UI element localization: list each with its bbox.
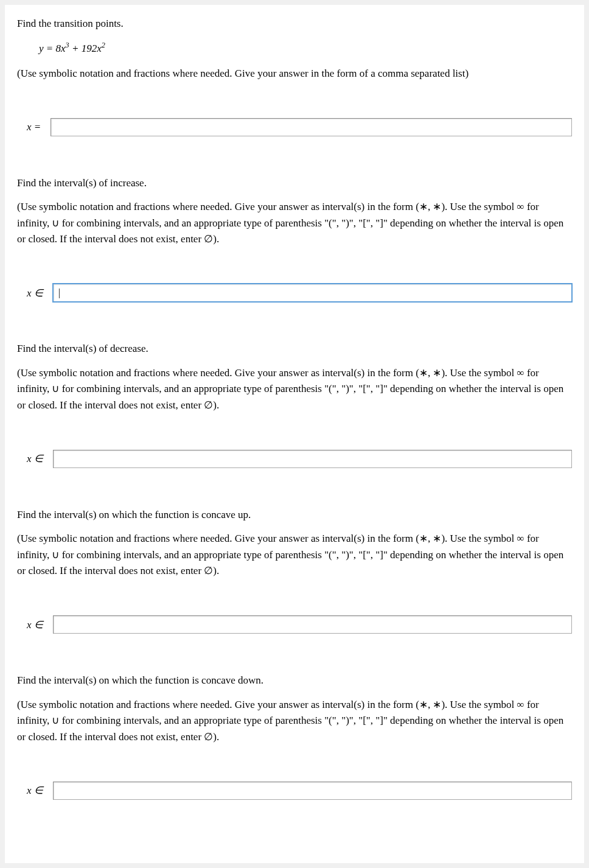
question-transition-points: Find the transition points. y = 8x3 + 19… <box>17 16 572 136</box>
q4-answer-input[interactable] <box>53 615 572 634</box>
q1-prompt: Find the transition points. <box>17 16 572 32</box>
q1-equation: y = 8x3 + 192x2 <box>39 43 572 55</box>
q5-label: x ∈ <box>27 784 43 797</box>
q3-instructions: (Use symbolic notation and fractions whe… <box>17 365 572 413</box>
q4-instructions: (Use symbolic notation and fractions whe… <box>17 531 572 579</box>
q2-answer-input[interactable] <box>53 284 572 302</box>
q4-input-row: x ∈ <box>27 615 572 634</box>
question-intervals-increase: Find the interval(s) of increase. (Use s… <box>17 175 572 303</box>
question-concave-up: Find the interval(s) on which the functi… <box>17 507 572 634</box>
q3-prompt: Find the interval(s) of decrease. <box>17 341 572 357</box>
q5-instructions: (Use symbolic notation and fractions whe… <box>17 697 572 745</box>
q2-instructions: (Use symbolic notation and fractions whe… <box>17 199 572 247</box>
q4-label: x ∈ <box>27 618 43 631</box>
q3-answer-input[interactable] <box>53 450 572 468</box>
q1-input-row: x = <box>27 118 572 136</box>
q5-input-row: x ∈ <box>27 782 572 800</box>
question-intervals-decrease: Find the interval(s) of decrease. (Use s… <box>17 341 572 468</box>
q2-label: x ∈ <box>27 287 43 299</box>
q1-instructions: (Use symbolic notation and fractions whe… <box>17 66 572 82</box>
q5-prompt: Find the interval(s) on which the functi… <box>17 673 572 688</box>
q3-label: x ∈ <box>27 452 43 465</box>
question-concave-down: Find the interval(s) on which the functi… <box>17 673 572 800</box>
q5-answer-input[interactable] <box>53 782 572 800</box>
q3-input-row: x ∈ <box>27 450 572 468</box>
question-page: Find the transition points. y = 8x3 + 19… <box>5 5 584 863</box>
q2-prompt: Find the interval(s) of increase. <box>17 175 572 191</box>
q4-prompt: Find the interval(s) on which the functi… <box>17 507 572 523</box>
q1-answer-input[interactable] <box>51 118 572 136</box>
q2-input-row: x ∈ <box>27 284 572 302</box>
q1-label: x = <box>27 121 41 133</box>
